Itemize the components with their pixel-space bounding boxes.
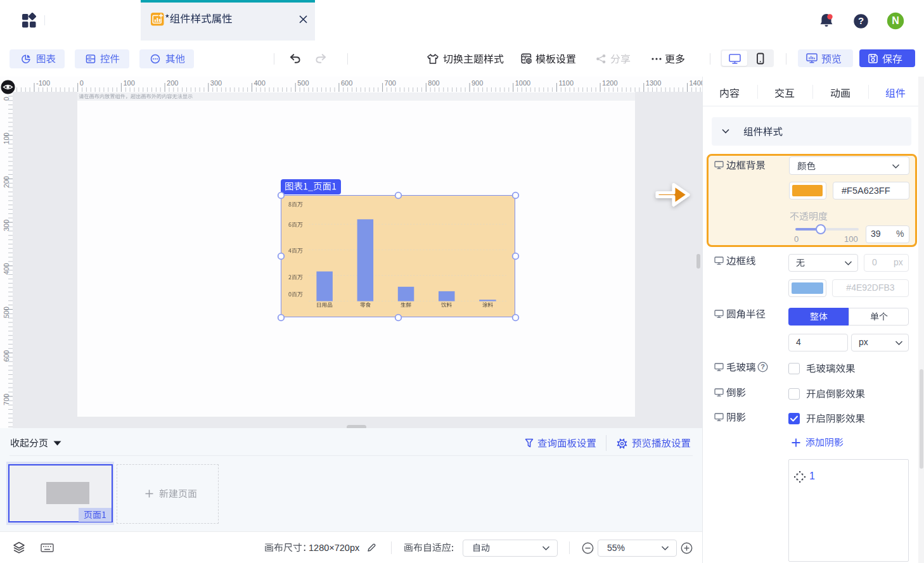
- svg-text:100: 100: [3, 132, 10, 144]
- svg-text:300: 300: [3, 220, 10, 231]
- svg-text:700: 700: [3, 394, 10, 405]
- svg-text:400: 400: [3, 263, 10, 274]
- svg-text:500: 500: [3, 307, 10, 318]
- svg-text:0: 0: [3, 97, 10, 101]
- svg-text:200: 200: [3, 176, 10, 187]
- svg-text:600: 600: [3, 350, 10, 362]
